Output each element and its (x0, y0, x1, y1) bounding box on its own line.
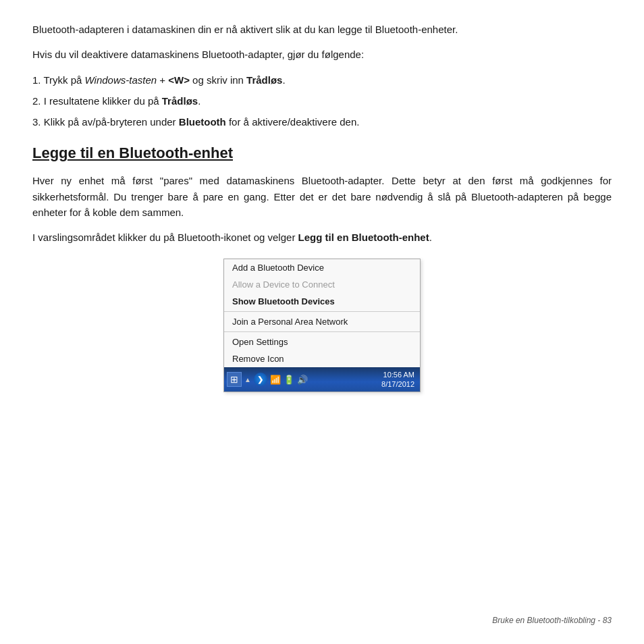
taskbar-arrow-icon: ▲ (244, 376, 251, 383)
menu-item-remove-icon[interactable]: Remove Icon (224, 350, 420, 367)
menu-separator-2 (224, 331, 420, 332)
page-content: Bluetooth-adapteren i datamaskinen din e… (0, 0, 644, 444)
menu-separator-1 (224, 311, 420, 312)
menu-item-add-device[interactable]: Add a Bluetooth Device (224, 259, 420, 276)
taskbar-signal-icon: 📶 (270, 375, 281, 385)
menu-item-show-devices[interactable]: Show Bluetooth Devices (224, 293, 420, 310)
bluetooth-context-menu: Add a Bluetooth Device Allow a Device to… (223, 259, 421, 392)
menu-item-personal-area[interactable]: Join a Personal Area Network (224, 313, 420, 330)
menu-item-open-settings[interactable]: Open Settings (224, 333, 420, 350)
taskbar: ⊞ ▲ ❯ 📶 🔋 🔊 10:56 AM 8/17/2012 (224, 367, 420, 392)
bluetooth-description: Hver ny enhet må først "pares" med datam… (32, 173, 612, 220)
step-1: 1. Trykk på Windows-tasten + <W> og skri… (32, 72, 612, 88)
step-2: 2. I resultatene klikker du på Trådløs. (32, 93, 612, 109)
section-heading: Legge til en Bluetooth-enhet (32, 144, 612, 162)
context-menu-container: Add a Bluetooth Device Allow a Device to… (32, 259, 612, 392)
step-3: 3. Klikk på av/på-bryteren under Bluetoo… (32, 114, 612, 130)
taskbar-speaker-icon: 🔊 (297, 375, 308, 385)
taskbar-clock: 10:56 AM 8/17/2012 (381, 370, 417, 390)
taskbar-left-area: ⊞ ▲ ❯ 📶 🔋 🔊 (227, 372, 381, 387)
taskbar-battery-icon: 🔋 (284, 375, 294, 385)
page-footer: Bruke en Bluetooth-tilkobling - 83 (492, 616, 612, 625)
intro-paragraph-1: Bluetooth-adapteren i datamaskinen din e… (32, 22, 612, 37)
taskbar-grid-icon: ⊞ (227, 372, 242, 387)
notification-area-instruction: I varslingsområdet klikker du på Bluetoo… (32, 230, 612, 245)
intro-paragraph-2: Hvis du vil deaktivere datamaskinens Blu… (32, 47, 612, 62)
menu-item-allow-connect: Allow a Device to Connect (224, 276, 420, 293)
taskbar-bluetooth-icon: ❯ (254, 373, 267, 386)
